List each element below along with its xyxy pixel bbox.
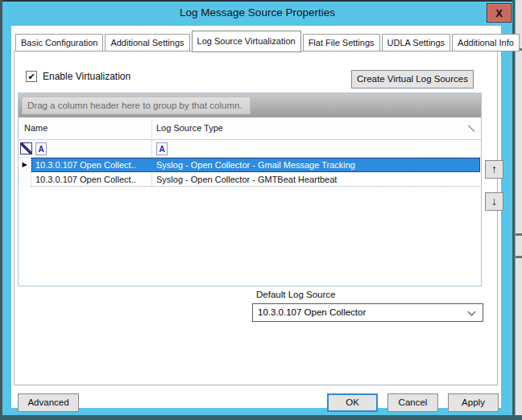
text-filter-icon[interactable]: A: [156, 142, 168, 155]
column-header-name[interactable]: Name: [24, 123, 48, 133]
desktop-background: Log Message Source Properties X Basic Co…: [0, 0, 522, 420]
group-by-hint: Drag a column header here to group by th…: [22, 97, 251, 114]
cell-name: 10.3.0.107 Open Collect..: [35, 160, 151, 170]
table-row[interactable]: ▶ 10.3.0.107 Open Collect.. Syslog - Ope…: [19, 158, 480, 172]
tab-additional-info[interactable]: Additional Info: [452, 34, 520, 51]
tab-strip: Basic Configuration Additional Settings …: [15, 30, 521, 51]
tab-basic-configuration[interactable]: Basic Configuration: [15, 34, 103, 51]
default-log-source-label: Default Log Source: [256, 290, 335, 299]
arrow-up-icon: ↑: [491, 163, 497, 175]
column-divider: [151, 120, 152, 137]
row-selector-cell: [19, 172, 31, 187]
dialog-title: Log Message Source Properties: [2, 6, 512, 19]
edit-filter-icon[interactable]: [20, 142, 32, 154]
check-icon: ✔: [27, 72, 35, 81]
title-bar[interactable]: Log Message Source Properties X: [2, 2, 512, 26]
table-row[interactable]: 10.3.0.107 Open Collect.. Syslog - Open …: [19, 172, 480, 187]
default-log-source-dropdown[interactable]: 10.3.0.107 Open Collector: [252, 303, 483, 322]
text-filter-icon[interactable]: A: [35, 142, 47, 155]
create-virtual-log-sources-button[interactable]: Create Virtual Log Sources: [351, 70, 474, 89]
move-up-button[interactable]: ↑: [485, 160, 503, 179]
tab-flat-file-settings[interactable]: Flat File Settings: [303, 34, 380, 51]
close-icon: X: [495, 7, 503, 19]
cancel-button[interactable]: Cancel: [387, 393, 438, 412]
grid-filter-row: A A: [19, 140, 481, 158]
log-message-source-properties-dialog: Log Message Source Properties X Basic Co…: [2, 0, 512, 415]
arrow-down-icon: ↓: [491, 195, 497, 208]
background-divider: [516, 256, 522, 258]
dialog-client-area: Basic Configuration Additional Settings …: [11, 26, 501, 408]
chevron-down-icon: [468, 308, 476, 316]
column-header-log-source-type[interactable]: Log Source Type: [156, 123, 223, 133]
cell-log-source-type: Syslog - Open Collector - GMTBeat Heartb…: [156, 175, 337, 184]
enable-virtualization-label: Enable Virtualization: [43, 71, 130, 82]
move-down-button[interactable]: ↓: [485, 192, 503, 211]
cell-log-source-type: Syslog - Open Collector - Gmail Message …: [156, 160, 355, 170]
background-divider: [516, 233, 522, 236]
row-body[interactable]: 10.3.0.107 Open Collect.. Syslog - Open …: [31, 172, 480, 187]
ok-button[interactable]: OK: [327, 393, 378, 412]
tab-udla-settings[interactable]: UDLA Settings: [382, 34, 451, 51]
active-row-pointer-icon: ▶: [22, 161, 27, 168]
row-body-selected[interactable]: 10.3.0.107 Open Collect.. Syslog - Open …: [31, 158, 480, 172]
apply-button[interactable]: Apply: [448, 393, 499, 412]
tab-additional-settings[interactable]: Additional Settings: [105, 34, 189, 51]
grid-header-row: Name Log Source Type: [19, 117, 481, 140]
enable-virtualization-checkbox[interactable]: ✔: [26, 71, 37, 82]
cell-name: 10.3.0.107 Open Collect..: [35, 175, 151, 184]
sort-ascending-icon: [468, 126, 474, 132]
close-button[interactable]: X: [487, 3, 512, 23]
row-selector-cell: ▶: [19, 158, 31, 172]
advanced-button[interactable]: Advanced: [18, 393, 79, 412]
background-window-right-edge: [515, 0, 522, 415]
dropdown-selected-value: 10.3.0.107 Open Collector: [258, 307, 366, 317]
virtual-log-sources-grid: Drag a column header here to group by th…: [18, 93, 482, 286]
group-by-bar[interactable]: Drag a column header here to group by th…: [19, 93, 481, 117]
tab-log-source-virtualization[interactable]: Log Source Virtualization: [192, 31, 301, 52]
